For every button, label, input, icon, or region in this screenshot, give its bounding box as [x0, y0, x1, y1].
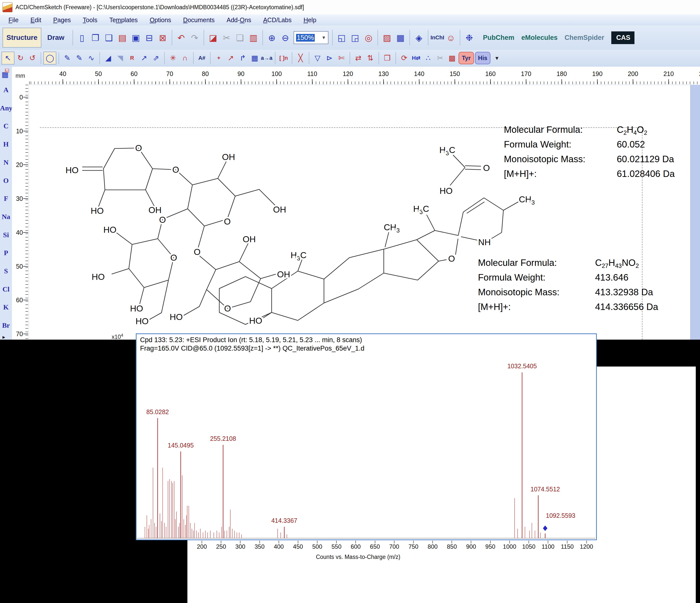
menu-pages[interactable]: Pages	[47, 17, 77, 24]
reaction-arrow-tool[interactable]: ↗	[225, 52, 237, 64]
element-button-p[interactable]: P	[0, 249, 12, 257]
clean-structure-tool[interactable]: ▽	[311, 52, 323, 64]
smiley-icon[interactable]: ☺	[444, 31, 457, 44]
more-tools-icon[interactable]: ▾	[491, 52, 503, 64]
structure-canvas[interactable]: OHOOOHHOOHOOOHHOOOHOHOOHHOHOHOOHOH3CCH3H…	[29, 85, 700, 340]
cut-icon[interactable]: ✂	[220, 31, 233, 44]
atom-label-tool[interactable]: A#	[196, 52, 208, 64]
atom-atom-mapping-tool[interactable]: a→a	[261, 52, 273, 64]
page-object-icon[interactable]: ◱	[335, 31, 348, 44]
element-button-s[interactable]: S	[0, 267, 12, 275]
menu-tools[interactable]: Tools	[77, 17, 103, 24]
inchi-icon[interactable]: InChI	[431, 31, 444, 44]
menu-options[interactable]: Options	[144, 17, 177, 24]
element-button-br[interactable]: Br	[0, 322, 12, 329]
r-group-tool[interactable]: R	[126, 52, 138, 64]
element-button-cl[interactable]: Cl	[0, 285, 12, 293]
draw-continuous-tool[interactable]: ✎	[73, 52, 85, 64]
menu-templates[interactable]: Templates	[103, 17, 144, 24]
open-folder-icon[interactable]: ▤	[116, 31, 129, 44]
cas-logo[interactable]: CAS	[611, 31, 634, 44]
pubchem-logo[interactable]: PubChem	[483, 34, 514, 42]
delete-document-icon[interactable]: ❑	[102, 31, 116, 44]
page-objects-icon[interactable]: ◲	[348, 31, 362, 44]
zoom-select[interactable]: 150% ▼	[294, 31, 328, 44]
x-axis-tick-label: 950	[482, 543, 499, 550]
spectrum-panel[interactable]: Cpd 133: 5.23: +ESI Product Ion (rt: 5.1…	[136, 333, 597, 540]
lasso-tool[interactable]: ◯	[43, 52, 56, 65]
zoom-out-icon[interactable]: ⊖	[279, 31, 292, 44]
scissors-disabled-icon[interactable]: ✂	[434, 52, 446, 64]
element-button-k[interactable]: K	[0, 303, 12, 311]
open-copy-document-icon[interactable]: ❐	[89, 31, 102, 44]
bond-crossing-tool[interactable]: ╳	[295, 52, 306, 64]
template-ring-tool[interactable]: ✳	[167, 52, 179, 64]
chevron-down-icon[interactable]: ▼	[322, 35, 326, 40]
sidebar-expander-icon[interactable]: ▸	[2, 334, 5, 340]
new-document-icon[interactable]: ▯	[75, 31, 89, 44]
menu-file[interactable]: File	[2, 17, 24, 24]
element-button-c[interactable]: C	[0, 122, 12, 130]
menu-documents[interactable]: Documents	[177, 17, 221, 24]
report-icon[interactable]: ▨	[380, 31, 394, 44]
atom-label-oh: OH	[273, 205, 286, 214]
refresh-tool[interactable]: ⟳	[398, 52, 410, 64]
polymer-brackets-tool[interactable]: [ ]n	[278, 52, 290, 64]
select-tool[interactable]: ↖	[1, 52, 15, 65]
his-template-button[interactable]: His	[475, 52, 491, 64]
copy-icon[interactable]: ❏	[233, 31, 247, 44]
element-button-h[interactable]: H	[0, 140, 12, 148]
hashed-arrow-tool[interactable]: ⇗	[150, 52, 162, 64]
hashed-wedge-bond-tool[interactable]: ◥	[114, 52, 126, 64]
element-button-na[interactable]: Na	[0, 213, 12, 221]
reaction-table-tool[interactable]: ▦	[249, 52, 261, 64]
undo-icon[interactable]: ↶	[174, 31, 188, 44]
element-button-n[interactable]: N	[0, 158, 12, 167]
element-button-any[interactable]: Any	[0, 104, 12, 112]
tyr-template-button[interactable]: Tyr	[458, 52, 474, 64]
draw-chains-tool[interactable]: ∿	[85, 52, 97, 64]
table-grid-icon[interactable]: ▦	[394, 31, 407, 44]
draw-normal-tool[interactable]: ✎	[61, 52, 73, 64]
bond-cutter-tool[interactable]: ✄	[335, 52, 347, 64]
export-pdf-icon[interactable]: ⊠	[156, 31, 170, 44]
calculate-table-tool[interactable]: ▩	[446, 52, 458, 64]
objects-icon[interactable]: ◎	[362, 31, 375, 44]
eraser-icon[interactable]: ◪	[206, 31, 220, 44]
paste-icon[interactable]: ▥	[247, 31, 260, 44]
chemspider-logo[interactable]: ChemSpider	[565, 34, 604, 42]
rotate-3d-tool[interactable]: ↺	[26, 52, 39, 64]
periodic-table-icon[interactable]: ▦Li	[1, 71, 8, 78]
zoom-in-icon[interactable]: ⊕	[265, 31, 279, 44]
3d-balls-tool[interactable]: ∴	[422, 52, 434, 64]
add-hydrogens-tool[interactable]: H⇄	[410, 52, 422, 64]
draw-mode-button[interactable]: Draw	[41, 28, 70, 47]
menu-edit[interactable]: Edit	[24, 17, 47, 24]
3d-box-tool[interactable]: ❒	[381, 52, 393, 64]
element-button-f[interactable]: F	[0, 195, 12, 203]
emolecules-logo[interactable]: eMolecules	[521, 34, 558, 42]
element-button-a[interactable]: A	[0, 86, 12, 94]
flip-horizontal-tool[interactable]: ⇄	[352, 52, 364, 64]
template-arc-tool[interactable]: ∩	[179, 52, 191, 64]
element-button-o[interactable]: O	[0, 177, 12, 185]
reaction-hydrogen-tool[interactable]: ↱	[237, 52, 249, 64]
element-button-si[interactable]: Si	[0, 231, 12, 239]
redo-icon[interactable]: ↷	[188, 31, 201, 44]
arrow-bond-tool[interactable]: ↗	[138, 52, 150, 64]
arrange-tool[interactable]: ⊳	[323, 52, 335, 64]
rotate-tool[interactable]: ↻	[15, 52, 26, 64]
plus-tool[interactable]: +	[213, 52, 225, 64]
wedge-bond-tool[interactable]: ◢	[102, 52, 114, 64]
structure-mode-button[interactable]: Structure	[2, 28, 41, 48]
menu-help[interactable]: Help	[298, 17, 322, 24]
menu-add-ons[interactable]: Add-Ons	[221, 17, 257, 24]
print-icon[interactable]: ⊟	[143, 31, 156, 44]
save-icon[interactable]: ▣	[129, 31, 143, 44]
structure-search-icon[interactable]: ◈	[412, 31, 426, 44]
peak-label: 85.0282	[146, 408, 169, 416]
flip-vertical-tool[interactable]: ⇅	[364, 52, 376, 64]
3d-viewer-icon[interactable]: ❉	[462, 31, 476, 44]
menu-acd-labs[interactable]: ACD/Labs	[257, 17, 298, 24]
toolbar-separator	[73, 30, 73, 45]
